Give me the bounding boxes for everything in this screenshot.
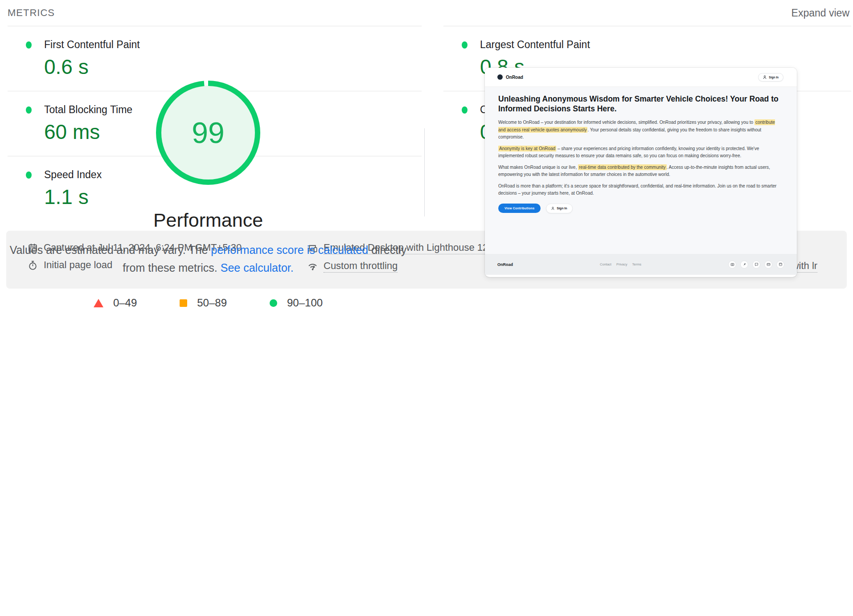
paragraph-text: OnRoad is more than a platform; it's a s…	[498, 184, 776, 196]
social-camera-icon	[728, 261, 736, 269]
view-contributions-button: View Contributions	[498, 204, 541, 213]
footer-link-privacy: Privacy	[616, 262, 627, 266]
page-title: Performance	[0, 209, 416, 231]
person-icon	[551, 207, 554, 210]
highlighted-text: Anonymity is key at OnRoad	[498, 146, 556, 151]
thumbnail-paragraph: Welcome to OnRoad – your destination for…	[498, 119, 783, 141]
legend-range: 0–49	[113, 297, 137, 309]
social-app-icon	[776, 261, 784, 269]
average-square-icon	[180, 299, 187, 307]
thumbnail-cta-row: View Contributions Sign In	[498, 204, 783, 213]
performance-score-calculated-link[interactable]: performance score is calculated	[211, 244, 368, 256]
thumbnail-signin-label: Sign In	[557, 207, 567, 210]
score-legend: 0–49 50–89 90–100	[0, 297, 416, 309]
social-card-icon	[764, 261, 772, 269]
pass-circle-icon	[270, 299, 277, 307]
thumbnail-heading: Unleashing Anonymous Wisdom for Smarter …	[498, 94, 783, 114]
legend-item-average: 50–89	[180, 297, 227, 309]
description-text: Values are estimated and may vary. The	[10, 244, 211, 256]
performance-score-gauge[interactable]: 99	[156, 81, 260, 185]
thumbnail-header: OnRoad Sign In	[485, 68, 797, 87]
performance-score-value: 99	[156, 81, 260, 185]
paragraph-text: What makes OnRoad unique is our live,	[498, 165, 578, 170]
thumbnail-paragraphs: Welcome to OnRoad – your destination for…	[498, 119, 783, 197]
thumbnail-header-signin-button: Sign In	[758, 73, 783, 82]
legend-range: 90–100	[287, 297, 323, 309]
paragraph-text: Welcome to OnRoad – your destination for…	[498, 120, 755, 125]
legend-range: 50–89	[197, 297, 227, 309]
thumbnail-signin-button: Sign In	[546, 204, 572, 213]
thumbnail-footer: OnRoad Contact Privacy Terms	[485, 254, 797, 275]
footer-link-contact: Contact	[600, 262, 611, 266]
thumbnail-paragraph: What makes OnRoad unique is our live, re…	[498, 164, 783, 179]
see-calculator-link[interactable]: See calculator.	[221, 261, 294, 274]
thumbnail-paragraph: Anonymity is key at OnRoad – share your …	[498, 145, 783, 160]
summary-divider	[424, 128, 425, 216]
legend-item-fail: 0–49	[94, 297, 137, 309]
social-bird-icon	[740, 261, 748, 269]
thumbnail-paragraph: OnRoad is more than a platform; it's a s…	[498, 183, 783, 197]
performance-summary: 99 Performance Values are estimated and …	[0, 0, 853, 327]
legend-item-pass: 90–100	[270, 297, 323, 309]
thumbnail-social-icons	[728, 261, 784, 269]
onroad-logo-icon	[497, 74, 503, 80]
thumbnail-footer-brand: OnRoad	[497, 262, 513, 267]
score-description: Values are estimated and may vary. The p…	[8, 241, 409, 277]
thumbnail-brand: OnRoad	[497, 74, 523, 80]
thumbnail-brand-name: OnRoad	[506, 75, 523, 80]
thumbnail-header-signin-label: Sign In	[769, 76, 779, 79]
social-chat-icon	[752, 261, 760, 269]
thumbnail-footer-links: Contact Privacy Terms	[600, 262, 641, 266]
footer-link-terms: Terms	[632, 262, 641, 266]
fail-triangle-icon	[94, 299, 103, 307]
page-screenshot-thumbnail[interactable]: OnRoad Sign In Unleashing Anonymous Wisd…	[485, 68, 797, 277]
thumbnail-hero: Unleashing Anonymous Wisdom for Smarter …	[485, 87, 797, 254]
highlighted-text: real-time data contributed by the commun…	[578, 164, 667, 170]
person-icon	[763, 75, 767, 79]
